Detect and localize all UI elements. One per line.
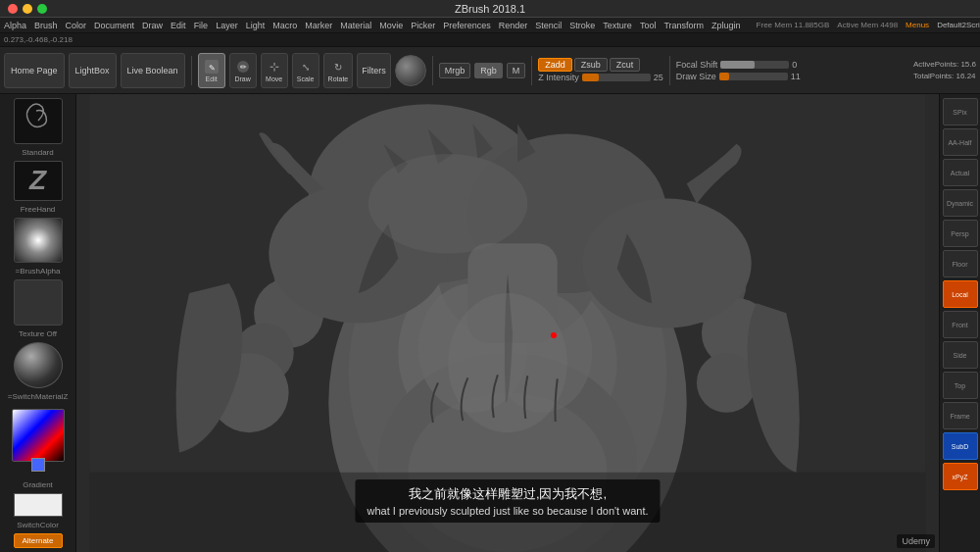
floor-label: Floor [953, 261, 968, 268]
material-preview[interactable] [14, 342, 63, 388]
zadd-button[interactable]: Zadd [538, 58, 572, 72]
z-brush-icon: Z [29, 165, 46, 196]
draw-button[interactable]: ✏ Draw [229, 53, 257, 88]
menu-movie[interactable]: Movie [379, 21, 403, 30]
edit-icon: ✎ [203, 58, 220, 75]
draw-label: Draw [234, 75, 250, 82]
menu-macro[interactable]: Macro [272, 21, 297, 30]
minimize-button[interactable] [23, 4, 32, 14]
menu-brush[interactable]: Brush [34, 21, 58, 30]
subd-button[interactable]: SubD [943, 432, 978, 460]
rgb-button[interactable]: Rgb [474, 63, 503, 78]
separator-2 [432, 56, 433, 85]
freehand-preview[interactable]: Z [14, 161, 63, 201]
menu-layer[interactable]: Layer [216, 21, 238, 30]
focal-draw-group: Focal Shift 0 Draw Size 11 [676, 60, 801, 81]
menu-tool[interactable]: Tool [640, 21, 657, 30]
filters-button[interactable]: Filters [357, 53, 391, 88]
top-button[interactable]: Top [943, 372, 978, 399]
alternate-button[interactable]: Alternate [14, 533, 63, 548]
mrgb-button[interactable]: Mrgb [439, 63, 471, 78]
svg-text:⤡: ⤡ [302, 62, 310, 73]
total-points: TotalPoints: 16.24 [913, 71, 976, 81]
separator-4 [669, 56, 670, 85]
focal-shift-slider[interactable] [720, 61, 789, 69]
aa-half-label: AA-Half [948, 139, 971, 146]
spix-label: SPix [953, 109, 966, 116]
svg-text:✏: ✏ [239, 63, 246, 72]
local-button[interactable]: Local [943, 280, 978, 308]
maximize-button[interactable] [37, 4, 47, 14]
m-button[interactable]: M [507, 63, 526, 78]
menu-color[interactable]: Color [66, 21, 87, 30]
switch-color-preview[interactable] [14, 493, 63, 517]
menu-material[interactable]: Material [340, 21, 371, 30]
focal-shift-label: Focal Shift [676, 60, 718, 70]
persp-label: Persp [951, 230, 968, 237]
switch-color-label: SwitchColor [17, 521, 59, 529]
toolbar: Home Page LightBox Live Boolean ✎ Edit ✏… [0, 47, 980, 94]
menu-document[interactable]: Document [94, 21, 134, 30]
zsub-button[interactable]: Zsub [574, 58, 608, 72]
aa-half-button[interactable]: AA-Half [943, 128, 978, 156]
tool-preview-circle[interactable] [395, 55, 426, 86]
floor-button[interactable]: Floor [943, 250, 978, 277]
menu-alpha[interactable]: Alpha [4, 21, 26, 30]
side-button[interactable]: Side [943, 341, 978, 369]
move-label: Move [266, 75, 282, 82]
home-page-button[interactable]: Home Page [4, 53, 65, 88]
spix-button[interactable]: SPix [943, 98, 978, 125]
z-intensity-slider[interactable] [582, 74, 651, 81]
main-area: Standard Z FreeHand =BrushAlpha Texture … [0, 94, 980, 552]
edit-button[interactable]: ✎ Edit [198, 53, 225, 88]
frame-button[interactable]: Frame [943, 402, 978, 429]
frame-label: Frame [950, 413, 969, 420]
close-button[interactable] [8, 4, 18, 14]
brush-alpha-preview[interactable] [14, 218, 63, 264]
actual-button[interactable]: Actual [943, 159, 978, 186]
zcut-button[interactable]: Zcut [610, 58, 641, 72]
info-bar: 0.273,-0.468,-0.218 [0, 33, 980, 47]
rotate-button[interactable]: ↻ Rotate [323, 53, 354, 88]
menu-edit[interactable]: Edit [171, 21, 186, 30]
dynamic-label: Dynamic [947, 200, 973, 207]
live-boolean-button[interactable]: Live Boolean [121, 53, 185, 88]
draw-size-slider[interactable] [719, 73, 788, 80]
menu-zplugin[interactable]: Zplugin [711, 21, 741, 30]
brush-type-preview[interactable] [14, 98, 63, 144]
scale-icon: ⤡ [297, 58, 315, 75]
menu-marker[interactable]: Marker [305, 21, 332, 30]
texture-preview[interactable] [14, 279, 63, 326]
menu-preferences[interactable]: Preferences [443, 21, 491, 30]
menu-draw[interactable]: Draw [142, 21, 163, 30]
front-button[interactable]: Front [943, 311, 978, 338]
menu-stencil[interactable]: Stencil [535, 21, 562, 30]
persp-button[interactable]: Persp [943, 220, 978, 247]
filters-label: Filters [362, 66, 386, 75]
menu-stroke[interactable]: Stroke [569, 21, 595, 30]
draw-size-label: Draw Size [676, 72, 716, 81]
gradient-label: Gradient [23, 480, 53, 489]
menu-transform[interactable]: Transform [663, 21, 704, 30]
menu-picker[interactable]: Picker [411, 21, 435, 30]
lightbox-button[interactable]: LightBox [69, 53, 117, 88]
subd-label: SubD [952, 443, 969, 450]
menus-highlight[interactable]: Menus [906, 21, 929, 29]
xpyz-button[interactable]: xPyZ [943, 463, 978, 490]
default-script[interactable]: Default2Script [937, 21, 980, 29]
active-points: ActivePoints: 15.6 [913, 59, 976, 70]
color-picker[interactable] [12, 409, 65, 462]
menu-render[interactable]: Render [499, 21, 528, 30]
z-intensity-value: 25 [654, 73, 663, 82]
actual-label: Actual [951, 170, 969, 176]
canvas-area[interactable]: 我之前就像这样雕塑过,因为我不想, what I previously scul… [76, 94, 939, 552]
material-label: =SwitchMaterialZ [8, 392, 69, 401]
menu-file[interactable]: File [194, 21, 209, 30]
focal-shift-row: Focal Shift 0 [676, 60, 801, 70]
move-button[interactable]: ⊹ Move [261, 53, 288, 88]
menu-texture[interactable]: Texture [603, 21, 632, 30]
separator-3 [531, 56, 532, 85]
scale-button[interactable]: ⤡ Scale [292, 53, 319, 88]
menu-light[interactable]: Light [246, 21, 266, 30]
dynamic-button[interactable]: Dynamic [943, 189, 978, 217]
